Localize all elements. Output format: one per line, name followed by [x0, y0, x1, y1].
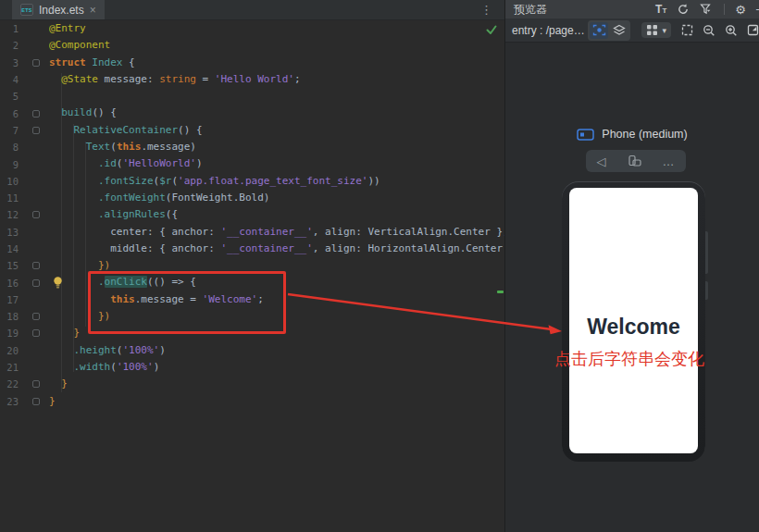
fold-marker-icon[interactable]	[32, 59, 40, 67]
code-area[interactable]: @Entry@Componentstruct Index { @State me…	[49, 20, 504, 410]
line-number: 3	[0, 57, 19, 68]
gutter-row: 22	[0, 376, 44, 392]
phone-screen[interactable]: Welcome	[569, 188, 698, 453]
fold-marker-icon[interactable]	[32, 110, 40, 118]
line-number: 8	[0, 142, 19, 153]
grid-view-icon	[646, 24, 658, 36]
line-number: 9	[0, 159, 19, 170]
gutter-row: 11	[0, 190, 44, 206]
code-line: }	[49, 376, 504, 392]
more-ellipsis-icon[interactable]: …	[663, 155, 676, 167]
phone-device-icon	[577, 129, 594, 141]
gutter-row: 12	[0, 206, 44, 223]
phone-volume-button	[705, 231, 708, 274]
gutter-row: 13	[0, 224, 44, 241]
selection-frame-icon[interactable]	[681, 24, 693, 36]
ets-file-icon: ETS	[20, 4, 33, 16]
gutter-row: 1	[0, 20, 44, 37]
editor-pane: ETS Index.ets × ⋮ 1234567891011121314151…	[0, 0, 505, 532]
fold-marker-icon[interactable]	[32, 313, 40, 320]
gutter-row: 9	[0, 155, 44, 172]
gutter-row: 5	[0, 88, 44, 105]
annotation-rectangle	[88, 271, 286, 334]
font-size-icon[interactable]: TT	[655, 3, 666, 16]
inspect-mode-group	[588, 20, 630, 41]
rotate-device-icon[interactable]	[628, 155, 641, 167]
line-number: 18	[0, 311, 19, 322]
line-number: 7	[0, 125, 19, 136]
line-number: 2	[0, 40, 19, 51]
code-line: .width('100%')	[49, 359, 504, 376]
code-editor[interactable]: 1234567891011121314151617181920212223 @E…	[0, 20, 504, 532]
line-number: 11	[0, 192, 19, 204]
code-line: center: { anchor: '__container__', align…	[49, 224, 504, 241]
view-mode-dropdown[interactable]: ▾	[641, 22, 671, 38]
previewer-header: 预览器 TT ⚙ —	[505, 0, 759, 19]
gutter-row: 6	[0, 105, 44, 121]
line-number: 19	[0, 328, 19, 339]
phone-mockup: Welcome	[562, 181, 705, 462]
line-number: 16	[0, 278, 19, 289]
previewer-title: 预览器	[514, 2, 547, 18]
gutter-row: 8	[0, 139, 44, 155]
gutter-row: 10	[0, 173, 44, 190]
fold-marker-icon[interactable]	[32, 211, 40, 218]
code-line: .fontWeight(FontWeight.Bold)	[49, 190, 504, 206]
line-number: 20	[0, 345, 19, 356]
editor-gutter[interactable]: 1234567891011121314151617181920212223	[0, 20, 44, 410]
settings-gear-icon[interactable]: ⚙	[735, 3, 746, 17]
gutter-row: 17	[0, 291, 44, 308]
gutter-row: 19	[0, 325, 44, 341]
gutter-row: 21	[0, 359, 44, 376]
gutter-row: 20	[0, 342, 44, 359]
fold-marker-icon[interactable]	[32, 329, 40, 337]
code-line: .height('100%')	[49, 342, 504, 359]
gutter-row: 14	[0, 241, 44, 257]
previewer-header-icons: TT ⚙ —	[655, 3, 759, 17]
back-icon[interactable]: ◁	[597, 155, 606, 167]
code-line: }	[49, 393, 504, 410]
zoom-out-icon[interactable]	[703, 24, 715, 37]
gutter-row: 15	[0, 257, 44, 274]
code-line: build() {	[49, 105, 504, 121]
filter-funnel-icon[interactable]	[700, 3, 714, 16]
line-number: 6	[0, 108, 19, 119]
vcs-change-marker	[497, 291, 504, 293]
layers-button[interactable]	[610, 22, 628, 39]
line-number: 1	[0, 23, 19, 34]
fold-marker-icon[interactable]	[32, 127, 40, 134]
gutter-row: 4	[0, 71, 44, 88]
code-line	[49, 88, 504, 105]
tab-index-ets[interactable]: ETS Index.ets ×	[12, 0, 105, 19]
page-selector[interactable]: entry : /page…	[512, 24, 588, 37]
code-line: RelativeContainer() {	[49, 122, 504, 139]
line-number: 17	[0, 294, 19, 305]
zoom-in-icon[interactable]	[725, 24, 738, 37]
inspection-ok-check-icon[interactable]	[485, 23, 498, 36]
tab-label: Index.ets	[39, 4, 84, 17]
gutter-row: 2	[0, 37, 44, 54]
fold-marker-icon[interactable]	[32, 380, 40, 388]
fold-marker-icon[interactable]	[32, 262, 40, 269]
line-number: 5	[0, 91, 19, 102]
fold-marker-icon[interactable]	[32, 398, 40, 405]
code-line: @Entry	[49, 20, 504, 37]
intention-lightbulb-icon[interactable]	[52, 276, 64, 289]
tab-options-kebab-icon[interactable]: ⋮	[480, 4, 492, 16]
code-line: .alignRules({	[49, 206, 504, 223]
line-number: 12	[0, 209, 19, 220]
preview-nav-bar: ◁ …	[586, 150, 686, 172]
fold-marker-icon[interactable]	[32, 279, 40, 287]
code-line: .id('HelloWorld')	[49, 155, 504, 172]
fit-to-screen-icon[interactable]	[747, 24, 759, 36]
component-inspect-button[interactable]	[590, 22, 608, 39]
refresh-icon[interactable]	[677, 3, 690, 16]
tab-close-icon[interactable]: ×	[90, 5, 96, 16]
code-line: @State message: string = 'Hello World';	[49, 71, 504, 88]
layers-icon	[613, 24, 626, 36]
toolbar-separator	[724, 4, 725, 15]
gutter-row: 7	[0, 122, 44, 139]
gutter-row: 18	[0, 308, 44, 325]
line-number: 13	[0, 227, 19, 238]
code-line: struct Index {	[49, 55, 504, 71]
